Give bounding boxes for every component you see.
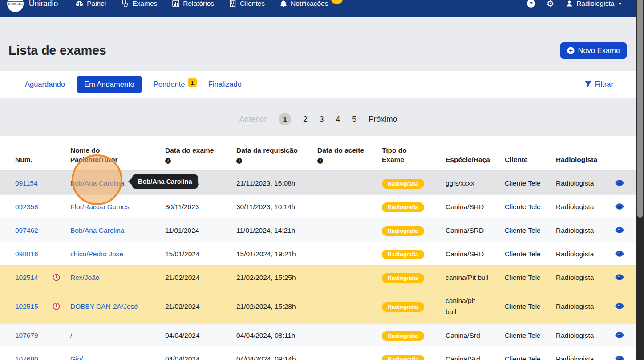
patient-link[interactable]: Gio/: [70, 355, 83, 360]
species: canina/pit bull: [446, 295, 481, 317]
filter-button[interactable]: Filtrar: [585, 80, 613, 89]
exam-type-badge: Radiografia: [382, 302, 424, 312]
bar-chart-icon: [172, 0, 179, 7]
client: Cliente Tele: [505, 201, 556, 212]
caret-down-icon: ▾: [619, 1, 621, 7]
col-header-exam-date: Data do exame i: [165, 146, 236, 164]
patient-link[interactable]: Rex/João: [70, 274, 99, 281]
exam-number-link[interactable]: 091154: [15, 179, 38, 187]
nav-label: Relatórios: [183, 0, 214, 8]
view-exam-icon[interactable]: [614, 356, 636, 360]
request-date: 04/04/2024, 08:11h: [236, 330, 317, 341]
nav-item-clientes[interactable]: Clientes: [229, 0, 265, 8]
view-exam-icon[interactable]: [614, 227, 636, 233]
pagination-previous[interactable]: Anterior: [239, 115, 267, 124]
species: Canina/SRD: [446, 225, 505, 236]
species: Canina/Srd: [446, 330, 505, 341]
view-exam-icon[interactable]: [614, 251, 636, 257]
nav-item-relatorios[interactable]: Relatórios: [172, 0, 214, 8]
patient-link[interactable]: chico/Pedro José: [70, 250, 123, 258]
client: Cliente Tele: [505, 272, 556, 283]
pagination-page-5[interactable]: 5: [352, 115, 356, 124]
nav-item-exames[interactable]: Exames: [121, 0, 157, 8]
exam-date: 21/02/2024: [165, 272, 236, 283]
table-row: 102515 DOBBY-CAN-2A/José 21/02/2024 21/0…: [0, 289, 636, 323]
view-exam-icon[interactable]: [614, 274, 636, 280]
patient-link[interactable]: Bob/Ana Carolina: [70, 227, 125, 234]
table-row: 098016 chico/Pedro José 15/01/2024 15/01…: [0, 242, 636, 265]
col-header-client: Cliente: [505, 155, 556, 164]
view-exam-icon[interactable]: [614, 180, 636, 186]
gauge-icon: [76, 0, 83, 8]
table-row: 091154 Bob/Ana Carolina 21/11/2023 21/11…: [0, 171, 636, 194]
brand-name[interactable]: Uniradio: [29, 0, 58, 8]
patient-link[interactable]: DOBBY-CAN-2A/José: [70, 303, 138, 310]
tab-aguardando[interactable]: Aguardando: [25, 80, 65, 89]
user-icon: [566, 0, 573, 7]
plus-circle-icon: [567, 47, 575, 54]
exam-date: 11/01/2024: [165, 225, 236, 236]
gear-icon[interactable]: ⚙: [547, 0, 554, 8]
table-row: 097462 Bob/Ana Carolina 11/01/2024 11/01…: [0, 218, 636, 242]
nav-label: Exames: [132, 0, 157, 8]
uniradio-logo[interactable]: UniRadio: [7, 0, 24, 12]
exam-number-link[interactable]: 102515: [15, 303, 38, 310]
info-icon[interactable]: i: [236, 158, 242, 164]
exam-type-badge: Radiografia: [382, 331, 424, 341]
exam-number-link[interactable]: 098016: [15, 250, 38, 258]
pagination-page-1[interactable]: 1: [279, 113, 291, 125]
help-icon[interactable]: ?: [527, 0, 535, 8]
tab-em-andamento[interactable]: Em Andamento: [77, 76, 142, 93]
user-menu[interactable]: Radiologista ▾: [566, 0, 621, 8]
status-tabs-bar: Aguardando Em Andamento Pendente 1 Final…: [0, 71, 636, 98]
col-header-request-date: Data da requisição i: [236, 146, 317, 164]
tab-pendente[interactable]: Pendente 1: [154, 80, 197, 89]
species: canina/Pit bull: [446, 272, 505, 283]
request-date: 04/04/2024, 09:14h: [236, 353, 317, 360]
exam-number-link[interactable]: 107680: [15, 355, 38, 360]
nav-item-notificacoes[interactable]: Notificações: [280, 0, 328, 8]
view-exam-icon[interactable]: [614, 303, 636, 309]
exam-date: 04/04/2024: [165, 330, 236, 341]
col-header-radiologist: Radiologista: [556, 155, 614, 164]
table-row: 092358 Flor/Raissa Gomes 30/11/2023 30/1…: [0, 194, 636, 218]
logo-text: UniRadio: [8, 1, 23, 6]
top-navbar: UniRadio Uniradio Painel Exames Relatór: [0, 0, 644, 17]
col-header-exam-type: Tipo do Exame: [382, 146, 417, 164]
exam-number-link[interactable]: 097462: [15, 227, 38, 234]
stethoscope-icon: [121, 0, 129, 8]
species: ggfs/xxxx: [446, 178, 505, 189]
request-date: 21/02/2024, 15:28h: [236, 301, 317, 312]
request-date: 15/01/2024, 19:21h: [236, 248, 317, 259]
radiologist: Radiologista: [556, 178, 614, 189]
exam-number-link[interactable]: 102514: [15, 274, 38, 281]
pagination-page-3[interactable]: 3: [320, 115, 324, 124]
exam-number-link[interactable]: 092358: [15, 203, 38, 210]
client: Cliente Tele: [505, 353, 556, 360]
pagination-page-2[interactable]: 2: [303, 115, 308, 124]
filter-label: Filtrar: [595, 80, 613, 89]
pendente-count-badge: 1: [188, 78, 196, 87]
new-exam-label: Novo Exame: [578, 46, 620, 55]
new-exam-button[interactable]: Novo Exame: [560, 42, 627, 59]
tab-finalizado[interactable]: Finalizado: [208, 80, 242, 89]
patient-link[interactable]: Bob/Ana Carolina: [70, 179, 125, 187]
exam-date: 21/02/2024: [165, 301, 236, 312]
patient-link[interactable]: Flor/Raissa Gomes: [70, 203, 130, 210]
bell-icon: [280, 0, 287, 7]
request-date: 30/11/2023, 10:14h: [236, 201, 317, 212]
exam-date: 30/11/2023: [165, 201, 236, 212]
exam-number-link[interactable]: 107679: [15, 332, 38, 339]
info-icon[interactable]: i: [165, 158, 171, 164]
pagination: Anterior 1 2 3 4 5 Próximo: [0, 113, 636, 125]
exam-type-badge: Radiografia: [382, 179, 424, 189]
nav-item-painel[interactable]: Painel: [76, 0, 106, 8]
view-exam-icon[interactable]: [614, 332, 636, 338]
view-exam-icon[interactable]: [614, 203, 636, 210]
scrollbar-track[interactable]: [636, 0, 644, 360]
scrollbar-thumb[interactable]: [637, 0, 643, 218]
pagination-page-4[interactable]: 4: [336, 115, 340, 124]
patient-link[interactable]: /: [70, 332, 72, 339]
info-icon[interactable]: i: [317, 158, 323, 164]
pagination-next[interactable]: Próximo: [369, 115, 397, 124]
